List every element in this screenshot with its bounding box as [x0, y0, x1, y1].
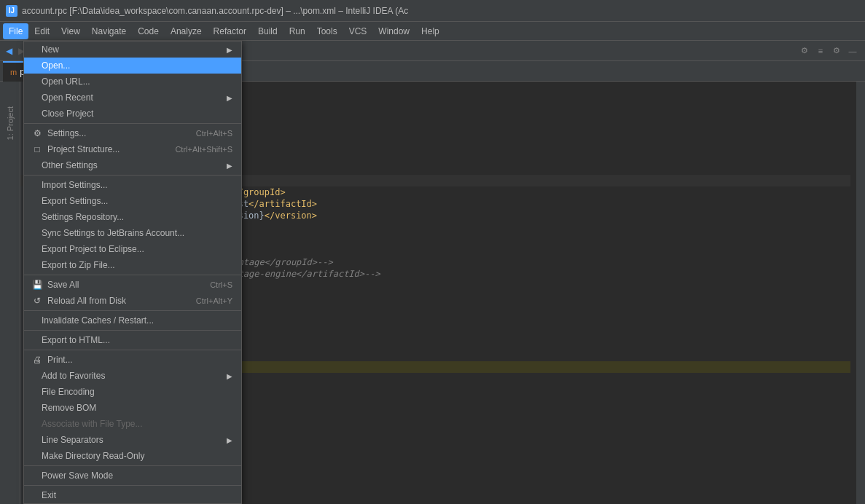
exportZip-label: Export to Zip File...	[42, 260, 115, 270]
new-label: New	[42, 44, 59, 55]
menu-separator	[24, 275, 241, 275]
menu-item-otherSettings[interactable]: Other Settings▶	[24, 157, 241, 173]
menu-item-closeProject[interactable]: Close Project	[24, 106, 241, 122]
menu-item-reloadAll[interactable]: ↺Reload All from DiskCtrl+Alt+Y	[24, 293, 241, 309]
menu-refactor[interactable]: Refactor	[208, 23, 252, 39]
print-icon: 🖨	[30, 355, 44, 365]
structure-icon[interactable]: ≡	[814, 44, 827, 58]
menu-item-projectStructure[interactable]: □Project Structure...Ctrl+Alt+Shift+S	[24, 141, 241, 157]
vertical-scrollbar[interactable]	[856, 82, 865, 504]
options-icon[interactable]: ⚙	[830, 44, 843, 58]
new-arrow: ▶	[227, 46, 232, 54]
menu-item-associateFileType: Associate with File Type...	[24, 416, 241, 432]
reloadAll-label: Reload All from Disk	[47, 296, 126, 306]
menu-item-saveAll[interactable]: 💾Save AllCtrl+S	[24, 277, 241, 293]
closeProject-label: Close Project	[42, 109, 93, 119]
menu-separator	[24, 123, 241, 124]
removeBOM-label: Remove BOM	[42, 403, 96, 413]
importSettings-label: Import Settings...	[42, 180, 108, 190]
app-icon: IJ	[6, 5, 17, 17]
menu-item-importSettings[interactable]: Import Settings...	[24, 177, 241, 193]
menu-code[interactable]: Code	[132, 23, 165, 39]
otherSettings-label: Other Settings	[42, 160, 98, 170]
invalidateCaches-label: Invalidate Caches / Restart...	[42, 315, 154, 326]
fileEncoding-label: File Encoding	[42, 387, 95, 397]
makeDirReadOnly-label: Make Directory Read-Only	[42, 451, 144, 461]
settings-label: Settings...	[47, 128, 86, 138]
menu-item-openUrl[interactable]: Open URL...	[24, 74, 241, 90]
menu-item-exportEclipse[interactable]: Export Project to Eclipse...	[24, 241, 241, 257]
menu-item-invalidateCaches[interactable]: Invalidate Caches / Restart...	[24, 312, 241, 328]
title-bar: IJ account.rpc [F:\Data\idea_workspace\c…	[0, 0, 865, 22]
menu-edit[interactable]: Edit	[28, 23, 55, 39]
settings-icon[interactable]: ⚙	[798, 44, 811, 58]
menu-item-addToFavorites[interactable]: Add to Favorites▶	[24, 368, 241, 384]
exportHtml-label: Export to HTML...	[42, 335, 110, 345]
menu-item-lineSeparators[interactable]: Line Separators▶	[24, 432, 241, 448]
reloadAll-icon: ↺	[30, 296, 44, 306]
print-label: Print...	[47, 355, 73, 365]
menu-item-exportSettings[interactable]: Export Settings...	[24, 193, 241, 209]
exit-label: Exit	[42, 490, 56, 500]
menu-vcs[interactable]: VCS	[343, 23, 373, 39]
openRecent-arrow: ▶	[227, 94, 232, 102]
xml-file-icon: m	[10, 68, 17, 76]
saveAll-icon: 💾	[30, 280, 44, 290]
back-button[interactable]: ◀	[6, 46, 12, 56]
menu-tools[interactable]: Tools	[311, 23, 343, 39]
addToFavorites-arrow: ▶	[227, 372, 232, 380]
menu-item-settingsRepo[interactable]: Settings Repository...	[24, 209, 241, 225]
menu-file[interactable]: File	[3, 23, 28, 39]
project-panel: 1: Project	[0, 82, 20, 504]
powerSaveMode-label: Power Save Mode	[42, 470, 113, 481]
menu-build[interactable]: Build	[252, 23, 283, 39]
menu-item-exit[interactable]: Exit	[24, 487, 241, 503]
menu-item-removeBOM[interactable]: Remove BOM	[24, 400, 241, 416]
project-panel-label[interactable]: 1: Project	[4, 103, 16, 143]
menu-window[interactable]: Window	[372, 23, 415, 39]
exportSettings-label: Export Settings...	[42, 196, 108, 206]
menu-item-new[interactable]: New▶	[24, 42, 241, 58]
projectStructure-icon: □	[30, 144, 44, 154]
saveAll-shortcut: Ctrl+S	[210, 280, 232, 289]
menu-item-openRecent[interactable]: Open Recent▶	[24, 90, 241, 106]
menu-help[interactable]: Help	[415, 23, 445, 39]
settings-icon: ⚙	[30, 128, 44, 138]
menu-separator	[24, 310, 241, 311]
menu-item-settings[interactable]: ⚙Settings...Ctrl+Alt+S	[24, 125, 241, 141]
minimize-icon[interactable]: —	[846, 44, 859, 58]
lineSeparators-arrow: ▶	[227, 436, 232, 444]
menu-bar: File Edit View Navigate Code Analyze Ref…	[0, 22, 865, 41]
menu-separator	[24, 485, 241, 486]
menu-separator	[24, 330, 241, 331]
menu-item-makeDirReadOnly[interactable]: Make Directory Read-Only	[24, 448, 241, 464]
reloadAll-shortcut: Ctrl+Alt+Y	[196, 296, 232, 305]
menu-item-syncSettings[interactable]: Sync Settings to JetBrains Account...	[24, 225, 241, 241]
window-title: account.rpc [F:\Data\idea_workspace\com.…	[22, 6, 859, 16]
associateFileType-label: Associate with File Type...	[42, 419, 143, 429]
menu-separator	[24, 350, 241, 350]
menu-separator	[24, 465, 241, 466]
menu-item-exportZip[interactable]: Export to Zip File...	[24, 257, 241, 273]
menu-item-open[interactable]: Open...	[24, 58, 241, 74]
open-label: Open...	[42, 60, 70, 71]
lineSeparators-label: Line Separators	[42, 435, 103, 445]
settings-shortcut: Ctrl+Alt+S	[196, 129, 232, 138]
menu-item-powerSaveMode[interactable]: Power Save Mode	[24, 468, 241, 484]
menu-run[interactable]: Run	[283, 23, 311, 39]
projectStructure-label: Project Structure...	[47, 144, 120, 154]
menu-item-exportHtml[interactable]: Export to HTML...	[24, 332, 241, 348]
saveAll-label: Save All	[47, 280, 79, 290]
menu-item-fileEncoding[interactable]: File Encoding	[24, 384, 241, 400]
exportEclipse-label: Export Project to Eclipse...	[42, 244, 144, 254]
file-menu-dropdown: New▶Open...Open URL...Open Recent▶Close …	[23, 41, 242, 504]
menu-analyze[interactable]: Analyze	[165, 23, 208, 39]
addToFavorites-label: Add to Favorites	[42, 371, 105, 381]
menu-item-print[interactable]: 🖨Print...	[24, 352, 241, 368]
projectStructure-shortcut: Ctrl+Alt+Shift+S	[175, 145, 232, 154]
settingsRepo-label: Settings Repository...	[42, 212, 124, 222]
otherSettings-arrow: ▶	[227, 162, 232, 170]
toolbar-buttons: ⚙ ≡ ⚙ —	[798, 44, 859, 58]
menu-view[interactable]: View	[55, 23, 86, 39]
menu-navigate[interactable]: Navigate	[86, 23, 132, 39]
